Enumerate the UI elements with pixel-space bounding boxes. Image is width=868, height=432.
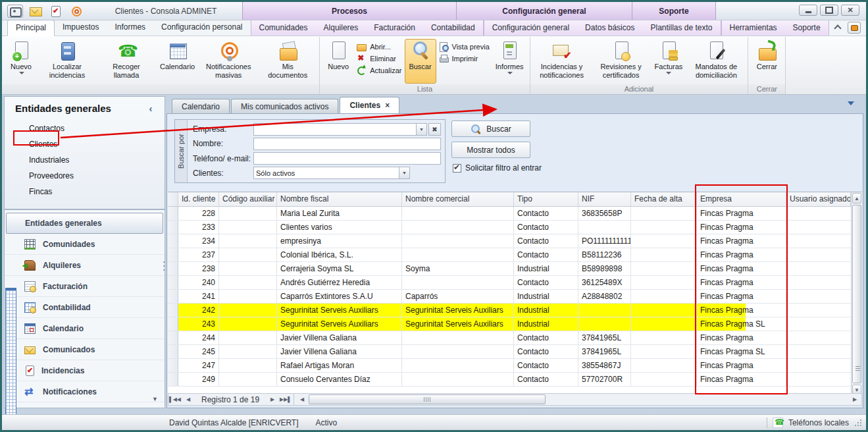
ribbon-tab-impuestos[interactable]: Impuestos [55,20,107,36]
ribbon-tab-plantillas-de-texto[interactable]: Plantillas de texto [642,20,720,36]
sidebar-item-clientes[interactable]: Clientes [27,139,59,149]
ribbon-button-incidencias-y-notificaciones[interactable]: Incidencias y notificaciones [533,39,591,84]
table-row[interactable]: 228Maria Leal ZuritaContacto36835658PFin… [168,207,851,221]
ribbon-tab-soporte[interactable]: Soporte [785,20,829,36]
empresa-input[interactable] [253,123,416,136]
ribbon-tab-informes[interactable]: Informes [107,20,153,36]
sidebar-item-proveedores[interactable]: Proveedores [27,171,76,181]
ribbon-button-buscar[interactable]: Buscar [405,39,436,84]
scroll-up-icon[interactable]: ▲ [852,193,861,203]
buscar-button[interactable]: Buscar [451,121,530,137]
sidebar-item-fincas[interactable]: Fincas [27,186,54,197]
column-header-codigo-auxiliar[interactable]: Código auxiliar [219,192,277,206]
last-record-icon[interactable]: ▶▶▌ [279,394,292,405]
horizontal-scroll-thumb[interactable] [309,394,546,404]
ribbon-button-mis-documentos[interactable]: Mis documentos [259,39,317,84]
column-header-nombre-fiscal[interactable]: Nombre fiscal [277,192,402,206]
table-row[interactable]: 243Segurinitat Serveis AuxiliarsSegurini… [168,317,851,331]
nav-item-entidades-generales[interactable]: Entidades generales [6,213,163,234]
restore-button[interactable] [820,5,838,16]
ribbon-tab-principal[interactable]: Principal [7,20,55,36]
splitter-handle[interactable] [162,261,165,279]
clientes-dropdown-icon[interactable] [399,167,410,179]
collapse-ribbon-icon[interactable] [832,23,843,32]
ribbon-button-abrir[interactable]: Abrir... [357,42,401,51]
previous-record-icon[interactable]: ◀ [182,394,195,405]
ribbon-button-vista-previa[interactable]: Vista previa [439,42,490,51]
vertical-scrollbar[interactable]: ▲ ▼ [851,192,862,396]
column-header-empresa[interactable]: Empresa [697,192,786,206]
close-tab-icon[interactable]: × [385,102,390,109]
close-button[interactable] [841,5,859,16]
ribbon-button-calendario[interactable]: Calendario [157,39,198,84]
buscar-por-vertical-tab[interactable]: Buscar por [175,120,188,182]
first-record-icon[interactable]: ▌◀◀ [168,394,182,405]
ribbon-tab-herramientas[interactable]: Herramientas [722,20,785,36]
ribbon-button-cerrar[interactable]: Cerrar [751,39,782,84]
quick-mail-button[interactable] [28,5,43,18]
ribbon-button-nuevo[interactable]: Nuevo [5,39,37,84]
table-row[interactable]: 240Andrés Gutiérrez HerediaContacto36125… [168,276,851,290]
ribbon-button-imprimir[interactable]: Imprimir [439,54,490,63]
ribbon-tab-contabilidad[interactable]: Contabilidad [423,20,483,36]
nav-item-facturacion[interactable]: Facturación [5,276,165,297]
sidebar-item-contactos[interactable]: Contactos [27,123,66,134]
minimize-button[interactable] [799,5,817,16]
ribbon-button-nuevo[interactable]: Nuevo [322,39,354,84]
mostrar-todos-button[interactable]: Mostrar todos [451,142,530,158]
table-row[interactable]: 233Clientes variosContactoFincas Pragma [168,221,851,234]
ribbon-button-actualizar[interactable]: Actualizar [357,66,401,75]
telefonos-locales-label[interactable]: Teléfonos locales [788,418,849,427]
ribbon-button-facturas[interactable]: Facturas [651,39,686,84]
ribbon-button-informes[interactable]: Informes [492,39,527,84]
table-row[interactable]: 247Rafael Artigas MoranContacto38554867J… [168,359,851,373]
clientes-select[interactable] [253,167,410,179]
ribbon-tab-facturacion[interactable]: Facturación [366,20,423,36]
quick-broadcast-button[interactable] [68,5,84,18]
nav-item-comunidades[interactable]: Comunidades [5,234,165,255]
column-header-nombre-comercial[interactable]: Nombre comercial [402,192,514,206]
quick-tasks-button[interactable] [48,5,64,18]
nav-item-calendario[interactable]: Calendario [5,318,165,339]
column-header-fecha-de-alta[interactable]: Fecha de alta [631,192,697,206]
tab-list-dropdown-icon[interactable] [848,101,854,109]
hscroll-right-icon[interactable]: ▶ [848,394,861,405]
table-row[interactable]: 244Javier Villena GalianaContacto3784196… [168,331,851,345]
ribbon-button-eliminar[interactable]: Eliminar [357,54,401,63]
telefono-email-input[interactable] [253,152,441,165]
nav-collapse-icon[interactable] [152,396,158,402]
table-row[interactable]: 249Consuelo Cervantes DíazContacto577027… [168,373,851,387]
column-header-nif[interactable]: NIF [578,192,631,206]
nav-item-incidencias[interactable]: Incidencias [5,360,165,381]
ribbon-corner-button[interactable] [848,22,861,34]
ribbon-tab-comunidades[interactable]: Comunidades [251,20,316,36]
ribbon-button-recoger-llamada[interactable]: Recoger llamada [97,39,155,84]
resize-grip[interactable] [854,419,862,427]
empresa-dropdown-icon[interactable] [416,123,427,136]
ribbon-tab-configuracion-general[interactable]: Configuración general [484,20,577,36]
nav-item-alquileres[interactable]: Alquileres [5,255,165,276]
table-row[interactable]: 242Segurinitat Serveis AuxiliarsSegurini… [168,304,851,317]
doc-tab-calendario[interactable]: Calendario [172,99,230,113]
solicitar-filtro-checkbox[interactable] [453,164,461,173]
hscroll-left-icon[interactable]: ◀ [295,394,309,405]
nav-item-contabilidad[interactable]: Contabilidad [5,297,165,318]
ribbon-button-mandatos-de-domiciliacion[interactable]: Mandatos de domiciliación [687,39,745,84]
table-row[interactable]: 234empresinyaContactoPO1111111111Fincas … [168,234,851,248]
table-row[interactable]: 245Javier Villena GalianaContacto3784196… [168,345,851,359]
column-header-usuario-asignado[interactable]: Usuario asignado [786,192,851,206]
app-menu-button[interactable] [7,5,23,18]
ribbon-button-localizar-incidencias[interactable]: Localizar incidencias [38,39,96,84]
nombre-input[interactable] [253,138,441,150]
ribbon-tab-datos-basicos[interactable]: Datos básicos [577,20,642,36]
column-header-tipo[interactable]: Tipo [514,192,578,206]
table-row[interactable]: 237Colonial Ibérica, S.L.ContactoB581122… [168,248,851,262]
ribbon-tab-configuracion-personal[interactable]: Configuración personal [153,20,250,36]
nav-item-comunicados[interactable]: Comunicados [5,339,165,360]
clientes-select-value[interactable] [253,167,399,179]
ribbon-button-notificaciones-masivas[interactable]: Notificaciones masivas [199,39,257,84]
sidebar-item-industriales[interactable]: Industriales [27,155,71,165]
column-header-id-cliente[interactable]: Id. cliente [178,192,219,206]
doc-tab-mis-comunicados-activos[interactable]: Mis comunicados activos [231,99,338,113]
ribbon-tab-alquileres[interactable]: Alquileres [316,20,367,36]
